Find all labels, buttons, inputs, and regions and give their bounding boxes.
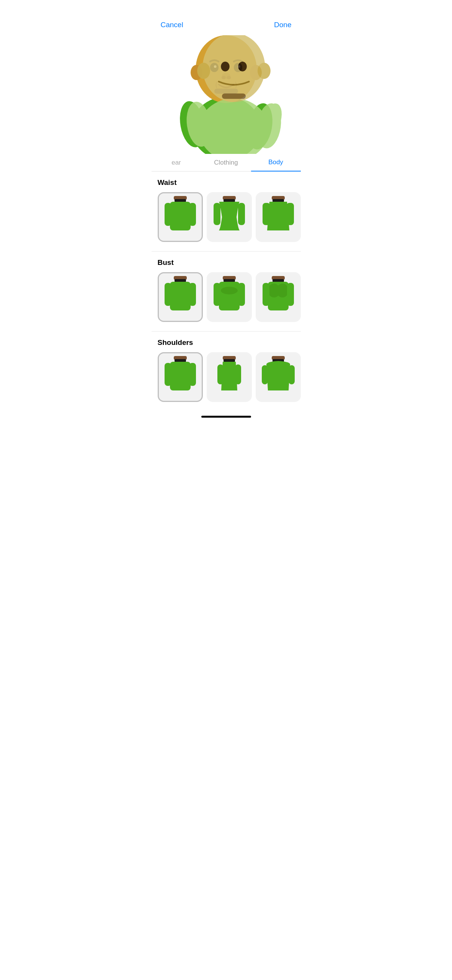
svg-point-25 — [238, 62, 247, 71]
svg-rect-30 — [170, 202, 191, 230]
bust-item-3[interactable] — [256, 272, 301, 322]
waist-item-grid — [158, 192, 295, 248]
waist-figure-2 — [212, 196, 246, 238]
done-button[interactable]: Done — [274, 21, 291, 29]
svg-rect-57 — [263, 283, 269, 306]
tab-clothing[interactable]: Clothing — [201, 159, 251, 171]
section-bust: Bust — [152, 252, 301, 331]
shoulders-item-grid — [158, 352, 295, 408]
svg-point-49 — [221, 287, 238, 294]
svg-rect-31 — [165, 203, 171, 226]
shoulders-item-1[interactable] — [158, 352, 203, 402]
svg-rect-60 — [175, 359, 186, 362]
svg-rect-63 — [189, 363, 196, 386]
section-shoulders-title: Shoulders — [158, 338, 295, 347]
svg-rect-67 — [235, 364, 241, 384]
waist-figure-3 — [261, 196, 295, 238]
svg-point-23 — [258, 63, 271, 79]
svg-rect-34 — [224, 199, 235, 202]
svg-rect-48 — [219, 282, 240, 310]
svg-rect-70 — [262, 365, 268, 384]
avatar-area — [152, 35, 301, 154]
bust-figure-1 — [163, 276, 197, 318]
svg-rect-43 — [170, 282, 191, 310]
svg-rect-35 — [214, 203, 220, 225]
bust-figure-3 — [261, 276, 295, 318]
shoulders-item-3[interactable] — [256, 352, 301, 402]
waist-item-2[interactable] — [207, 192, 252, 242]
svg-point-56 — [276, 284, 289, 297]
shoulders-figure-1 — [163, 356, 197, 398]
section-shoulders: Shoulders — [152, 332, 301, 411]
section-waist-title: Waist — [158, 178, 295, 187]
section-waist: Waist — [152, 172, 301, 251]
bust-item-grid — [158, 272, 295, 328]
bust-item-2[interactable] — [207, 272, 252, 322]
bust-figure-2 — [212, 276, 246, 318]
waist-item-3[interactable] — [256, 192, 301, 242]
shoulders-figure-3 — [261, 356, 295, 398]
svg-point-21 — [202, 35, 265, 102]
svg-rect-50 — [214, 283, 220, 306]
cancel-button[interactable]: Cancel — [161, 21, 183, 29]
section-bust-title: Bust — [158, 258, 295, 267]
bust-item-1[interactable] — [158, 272, 203, 322]
svg-rect-36 — [238, 203, 245, 225]
memoji-side — [159, 35, 301, 154]
shoulders-item-2[interactable] — [207, 352, 252, 402]
svg-rect-32 — [189, 203, 196, 226]
svg-rect-58 — [287, 283, 294, 306]
svg-rect-44 — [165, 283, 171, 306]
svg-rect-26 — [222, 93, 246, 99]
tab-body[interactable]: Body — [251, 158, 301, 172]
svg-rect-42 — [175, 279, 186, 282]
svg-rect-62 — [165, 363, 171, 386]
header: Cancel Done — [152, 0, 301, 35]
svg-point-24 — [221, 62, 230, 71]
svg-rect-66 — [217, 364, 224, 384]
svg-point-22 — [197, 63, 210, 79]
svg-rect-29 — [175, 199, 186, 202]
svg-rect-51 — [238, 283, 245, 306]
svg-rect-53 — [273, 279, 284, 282]
svg-rect-40 — [286, 203, 294, 225]
tabs: ear Clothing Body — [152, 154, 301, 172]
svg-rect-45 — [189, 283, 196, 306]
svg-rect-61 — [170, 362, 191, 390]
waist-figure-1 — [163, 196, 197, 238]
svg-rect-65 — [224, 359, 235, 362]
svg-rect-71 — [289, 365, 295, 384]
home-indicator — [201, 416, 251, 418]
tab-partial[interactable]: ear — [152, 159, 201, 171]
svg-rect-39 — [263, 203, 270, 225]
waist-item-1[interactable] — [158, 192, 203, 242]
svg-rect-38 — [273, 199, 284, 202]
shoulders-figure-2 — [212, 356, 246, 398]
svg-rect-47 — [224, 279, 235, 282]
